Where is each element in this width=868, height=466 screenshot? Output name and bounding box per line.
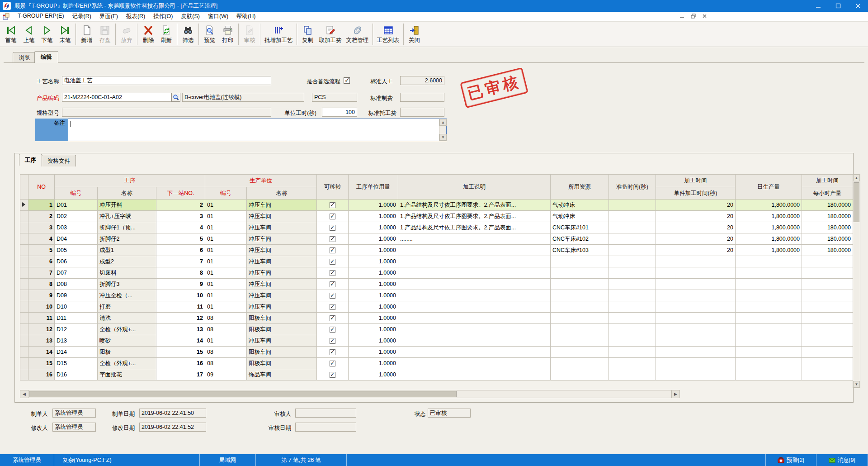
cell-process-code[interactable]: D06 <box>55 256 98 267</box>
cell-usage[interactable]: 1.0000 <box>349 324 398 335</box>
cell-prep-time[interactable] <box>609 256 656 267</box>
movable-checkbox[interactable] <box>330 225 335 231</box>
cell-usage[interactable]: 1.0000 <box>349 245 398 256</box>
cell-prep-time[interactable] <box>609 301 656 313</box>
cell-unit-proc-time[interactable]: 20 <box>656 211 736 222</box>
row-marker[interactable] <box>20 358 28 369</box>
cell-hourly-output[interactable] <box>802 324 853 335</box>
row-marker[interactable] <box>20 245 28 256</box>
col-resource[interactable]: 所用资源 <box>551 175 609 200</box>
cell-movable[interactable] <box>317 245 349 256</box>
cell-next-no[interactable]: 17 <box>156 369 205 380</box>
cell-unit-proc-time[interactable] <box>656 324 736 335</box>
cell-process-name[interactable]: 切废料 <box>98 267 156 279</box>
cell-instruction[interactable] <box>398 347 551 358</box>
cell-process-name[interactable]: 成型1 <box>98 245 156 256</box>
cell-unit-proc-time[interactable] <box>656 347 736 358</box>
cell-unit-proc-time[interactable]: 20 <box>656 222 736 233</box>
cell-resource[interactable]: CNC车床#103 <box>551 245 609 256</box>
cell-unit-proc-time[interactable]: 20 <box>656 245 736 256</box>
cell-process-name[interactable]: 折脚仔3 <box>98 279 156 290</box>
cell-process-name[interactable]: 阳极 <box>98 347 156 358</box>
menu-item[interactable]: 报表(R) <box>122 12 149 21</box>
cell-unit-code[interactable]: 01 <box>205 222 247 233</box>
spec-input[interactable] <box>62 108 271 117</box>
grid-row[interactable]: 12D12全检（外观+...1308阳极车间1.0000 <box>20 324 853 335</box>
cell-no[interactable]: 7 <box>28 267 55 279</box>
cell-unit-code[interactable]: 01 <box>205 290 247 301</box>
toolbar-button-binoculars[interactable]: 筛选 <box>179 22 197 47</box>
cell-unit-proc-time[interactable] <box>656 290 736 301</box>
cell-process-code[interactable]: D14 <box>55 347 98 358</box>
cell-process-code[interactable]: D16 <box>55 369 98 380</box>
toolbar-button-process-list[interactable]: 工艺列表 <box>375 22 402 47</box>
cell-process-code[interactable]: D13 <box>55 335 98 347</box>
hscroll-thumb[interactable] <box>29 391 457 397</box>
movable-checkbox[interactable] <box>330 349 335 355</box>
cell-instruction[interactable] <box>398 369 551 380</box>
row-marker[interactable] <box>20 211 28 222</box>
remark-textarea[interactable]: ▲ ▼ <box>68 119 447 141</box>
cell-unit-code[interactable]: 01 <box>205 200 247 211</box>
grid-row[interactable]: 1D01冲压开料201冲压车间1.00001.产品结构及尺寸依工序图要求。2.产… <box>20 200 853 211</box>
cell-prep-time[interactable] <box>609 211 656 222</box>
cell-prep-time[interactable] <box>609 313 656 324</box>
cell-next-no[interactable]: 6 <box>156 245 205 256</box>
cell-daily-output[interactable] <box>736 335 802 347</box>
cell-prep-time[interactable] <box>609 222 656 233</box>
scroll-up-icon[interactable]: ▲ <box>853 175 860 181</box>
toolbar-button-new-doc[interactable]: 新增 <box>78 22 96 47</box>
cell-daily-output[interactable]: 1,800.0000 <box>736 200 802 211</box>
toolbar-button-nav-first[interactable]: 首笔 <box>2 22 20 47</box>
cell-usage[interactable]: 1.0000 <box>349 256 398 267</box>
cell-unit-proc-time[interactable]: 20 <box>656 233 736 245</box>
cell-hourly-output[interactable] <box>802 290 853 301</box>
mdi-minimize-icon[interactable] <box>679 13 685 19</box>
row-marker[interactable] <box>20 301 28 313</box>
col-unit-proc-time[interactable]: 单件加工时间(秒) <box>656 187 736 200</box>
cell-prep-time[interactable] <box>609 200 656 211</box>
cell-usage[interactable]: 1.0000 <box>349 347 398 358</box>
cell-process-code[interactable]: D09 <box>55 290 98 301</box>
grid-row[interactable]: 9D09冲压全检（...1001冲压车间1.0000 <box>20 290 853 301</box>
product-name-field[interactable] <box>182 93 304 102</box>
cell-instruction[interactable] <box>398 267 551 279</box>
row-marker[interactable] <box>20 233 28 245</box>
cell-next-no[interactable]: 3 <box>156 211 205 222</box>
row-marker[interactable] <box>20 256 28 267</box>
cell-process-code[interactable]: D11 <box>55 313 98 324</box>
menu-item[interactable]: 界面(F) <box>95 12 122 21</box>
cell-instruction[interactable] <box>398 313 551 324</box>
toolbar-button-nav-prev[interactable]: 上笔 <box>20 22 38 47</box>
cell-unit-code[interactable]: 08 <box>205 347 247 358</box>
cell-resource[interactable] <box>551 369 609 380</box>
std-labor-input[interactable] <box>400 76 444 85</box>
movable-checkbox[interactable] <box>330 327 335 333</box>
scroll-down-icon[interactable]: ▼ <box>439 134 447 141</box>
movable-checkbox[interactable] <box>330 202 335 208</box>
row-marker[interactable] <box>20 347 28 358</box>
cell-unit-code[interactable]: 01 <box>205 245 247 256</box>
cell-hourly-output[interactable]: 180.0000 <box>802 245 853 256</box>
cell-instruction[interactable]: ........ <box>398 233 551 245</box>
cell-unit-code[interactable]: 01 <box>205 233 247 245</box>
cell-instruction[interactable] <box>398 301 551 313</box>
unit-field[interactable] <box>312 93 357 102</box>
movable-checkbox[interactable] <box>330 247 335 253</box>
cell-movable[interactable] <box>317 256 349 267</box>
cell-unit-code[interactable]: 01 <box>205 279 247 290</box>
mdi-restore-icon[interactable] <box>690 13 697 19</box>
cell-hourly-output[interactable] <box>802 267 853 279</box>
grid-row[interactable]: 7D07切废料801冲压车间1.0000 <box>20 267 853 279</box>
cell-daily-output[interactable] <box>736 369 802 380</box>
cell-process-code[interactable]: D12 <box>55 324 98 335</box>
cell-process-name[interactable]: 字面批花 <box>98 369 156 380</box>
cell-unit-code[interactable]: 01 <box>205 211 247 222</box>
cell-next-no[interactable]: 12 <box>156 313 205 324</box>
cell-unit-name[interactable]: 冲压车间 <box>247 267 317 279</box>
row-marker[interactable] <box>20 279 28 290</box>
menu-item[interactable]: 操作(O) <box>149 12 177 21</box>
cell-instruction[interactable]: 1.产品结构及尺寸依工序图要求。2.产品表面... <box>398 211 551 222</box>
unit-time-input[interactable] <box>322 108 357 117</box>
cell-resource[interactable] <box>551 358 609 369</box>
